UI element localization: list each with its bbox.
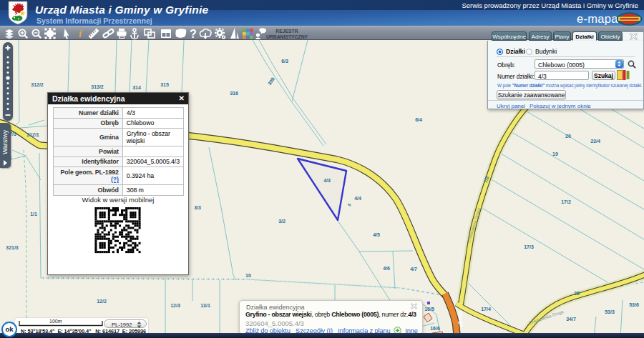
svg-text:i: i: [79, 28, 82, 39]
svg-text:?: ?: [190, 28, 197, 40]
svg-text:17/3: 17/3: [524, 244, 534, 249]
svg-text:REJESTR: REJESTR: [275, 29, 298, 34]
svg-text:315: 315: [160, 82, 169, 87]
svg-text:17/2: 17/2: [561, 199, 571, 204]
svg-text:53/6: 53/6: [629, 302, 639, 307]
svg-text:6/3: 6/3: [281, 59, 288, 64]
svg-text:314: 314: [132, 85, 141, 90]
svg-text:3/3: 3/3: [194, 205, 201, 210]
svg-text:3/2: 3/2: [278, 219, 286, 224]
svg-text:53/3: 53/3: [605, 309, 615, 314]
svg-text:4/6: 4/6: [383, 266, 390, 271]
svg-text:316: 316: [230, 91, 238, 96]
svg-text:4/5: 4/5: [373, 232, 380, 237]
svg-text:312/2: 312/2: [31, 82, 44, 87]
svg-text:23/4: 23/4: [590, 139, 600, 144]
svg-text:19: 19: [552, 151, 558, 156]
svg-text:16/6: 16/6: [430, 326, 440, 331]
svg-text:4/7: 4/7: [410, 267, 417, 272]
svg-text:1/1: 1/1: [30, 212, 37, 217]
svg-text:13/1: 13/1: [200, 303, 210, 308]
svg-text:4/3: 4/3: [323, 178, 331, 183]
svg-text:6/4: 6/4: [415, 117, 422, 122]
svg-text:4/4: 4/4: [354, 196, 361, 201]
svg-text:26: 26: [574, 291, 580, 296]
svg-text:20: 20: [565, 134, 571, 139]
svg-text:312/1: 312/1: [26, 132, 39, 137]
svg-text:12/3: 12/3: [170, 303, 180, 308]
svg-text:17/4: 17/4: [481, 307, 491, 312]
svg-text:16/5: 16/5: [424, 307, 434, 312]
svg-text:URBANISTYCZNY: URBANISTYCZNY: [266, 34, 308, 39]
svg-text:10: 10: [245, 273, 251, 278]
svg-text:12/2: 12/2: [97, 299, 107, 304]
svg-text:321/3: 321/3: [6, 245, 19, 250]
svg-text:34/7: 34/7: [566, 317, 576, 322]
svg-text:313/2: 313/2: [91, 84, 104, 89]
